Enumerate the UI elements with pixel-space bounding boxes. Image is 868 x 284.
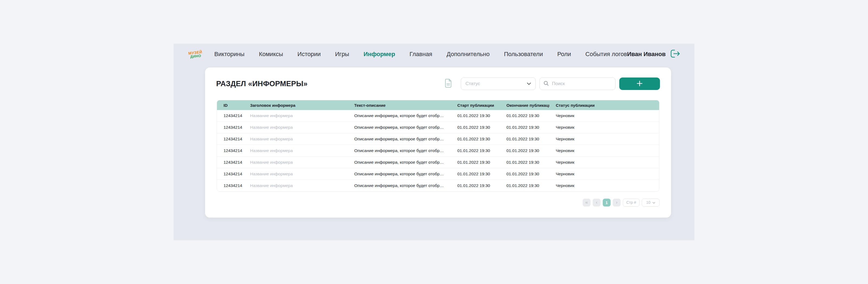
cell-start: 01.01.2022 19:30 [451, 183, 500, 188]
status-filter-select[interactable]: Статус [461, 77, 536, 90]
cell-id: 12434214 [217, 172, 244, 176]
card-header: РАЗДЕЛ «ИНФОРМЕРЫ» Статус [216, 77, 660, 90]
cell-status: Черновик [549, 148, 659, 153]
cell-title: Название информера [244, 172, 348, 176]
cell-end: 01.01.2022 19:30 [500, 125, 549, 130]
add-informer-button[interactable] [619, 77, 660, 90]
cell-end: 01.01.2022 19:30 [500, 160, 549, 165]
nav-item-8[interactable]: Пользователи [504, 51, 543, 58]
cell-start: 01.01.2022 19:30 [451, 113, 500, 118]
table-row[interactable]: 12434214 Название информера Описание инф… [217, 156, 659, 168]
chevron-down-icon [527, 81, 531, 86]
table-row[interactable]: 12434214 Название информера Описание инф… [217, 110, 659, 122]
informers-table: IDЗаголовок информераТекст-описаниеСтарт… [217, 100, 659, 191]
pagination-page-1-button[interactable]: 1 [603, 199, 611, 207]
cell-description: Описание информера, которое будет отобра… [348, 183, 451, 188]
logo[interactable]: МУЗЕЙ ДИНО [188, 46, 203, 62]
column-header: Статус публикации [549, 103, 659, 108]
pagination: « ‹ 1 › 10 [583, 199, 660, 207]
cell-status: Черновик [549, 137, 659, 141]
page-title: РАЗДЕЛ «ИНФОРМЕРЫ» [216, 80, 308, 88]
page-size-select[interactable]: 10 [642, 199, 660, 207]
nav-item-2[interactable]: Комиксы [259, 51, 283, 58]
page-size-value: 10 [646, 200, 650, 205]
cell-status: Черновик [549, 113, 659, 118]
pagination-first-button[interactable]: « [583, 199, 590, 207]
nav-item-1[interactable]: Викторины [214, 51, 244, 58]
table-row[interactable]: 12434214 Название информера Описание инф… [217, 180, 659, 191]
cell-title: Название информера [244, 183, 348, 188]
table-row[interactable]: 12434214 Название информера Описание инф… [217, 133, 659, 145]
table-row[interactable]: 12434214 Название информера Описание инф… [217, 122, 659, 133]
nav-item-9[interactable]: Роли [557, 51, 571, 58]
cell-end: 01.01.2022 19:30 [500, 137, 549, 141]
column-header: ID [217, 103, 244, 108]
cell-status: Черновик [549, 125, 659, 130]
cell-start: 01.01.2022 19:30 [451, 148, 500, 153]
cell-status: Черновик [549, 183, 659, 188]
cell-description: Описание информера, которое будет отобра… [348, 137, 451, 141]
nav-item-3[interactable]: Истории [298, 51, 321, 58]
cell-description: Описание информера, которое будет отобра… [348, 113, 451, 118]
cell-description: Описание информера, которое будет отобра… [348, 160, 451, 165]
column-header: Заголовок информера [244, 103, 348, 108]
nav-item-7[interactable]: Дополнительно [447, 51, 490, 58]
top-bar: МУЗЕЙ ДИНО ВикториныКомиксыИсторииИгрыИн… [174, 44, 694, 65]
nav-item-6[interactable]: Главная [410, 51, 432, 58]
logo-line2: ДИНО [190, 54, 201, 58]
cell-id: 12434214 [217, 113, 244, 118]
logout-icon [671, 49, 680, 59]
cell-start: 01.01.2022 19:30 [451, 160, 500, 165]
table-row[interactable]: 12434214 Название информера Описание инф… [217, 168, 659, 180]
cell-status: Черновик [549, 160, 659, 165]
cell-description: Описание информера, которое будет отобра… [348, 125, 451, 130]
search-icon [544, 81, 549, 87]
cell-start: 01.01.2022 19:30 [451, 125, 500, 130]
status-filter-value: Статус [465, 81, 527, 86]
chevron-down-icon [652, 200, 655, 205]
cell-status: Черновик [549, 172, 659, 176]
cell-title: Название информера [244, 125, 348, 130]
export-file-button[interactable] [444, 79, 452, 88]
cell-end: 01.01.2022 19:30 [500, 172, 549, 176]
search-input[interactable] [552, 81, 611, 87]
logout-button[interactable] [671, 49, 680, 59]
pagination-next-button[interactable]: › [613, 199, 621, 207]
cell-id: 12434214 [217, 137, 244, 141]
page-number-input[interactable] [624, 200, 639, 205]
file-icon [444, 79, 452, 88]
cell-start: 01.01.2022 19:30 [451, 137, 500, 141]
column-header: Текст-описание [348, 103, 451, 108]
cell-end: 01.01.2022 19:30 [500, 113, 549, 118]
toolbar: Статус [444, 77, 660, 90]
cell-start: 01.01.2022 19:30 [451, 172, 500, 176]
cell-id: 12434214 [217, 148, 244, 153]
cell-title: Название информера [244, 148, 348, 153]
main-nav: ВикториныКомиксыИсторииИгрыИнформерГлавн… [214, 51, 627, 58]
nav-item-5[interactable]: Информер [364, 51, 395, 58]
nav-item-4[interactable]: Игры [335, 51, 349, 58]
cell-id: 12434214 [217, 160, 244, 165]
cell-id: 12434214 [217, 125, 244, 130]
cell-id: 12434214 [217, 183, 244, 188]
cell-end: 01.01.2022 19:30 [500, 183, 549, 188]
table-row[interactable]: 12434214 Название информера Описание инф… [217, 145, 659, 156]
pagination-prev-button[interactable]: ‹ [593, 199, 600, 207]
cell-end: 01.01.2022 19:30 [500, 148, 549, 153]
nav-item-10[interactable]: События логов [585, 51, 627, 58]
app-window: МУЗЕЙ ДИНО ВикториныКомиксыИсторииИгрыИн… [174, 44, 694, 240]
table-body: 12434214 Название информера Описание инф… [217, 110, 659, 191]
plus-icon [637, 80, 643, 87]
search-field [539, 77, 616, 90]
cell-description: Описание информера, которое будет отобра… [348, 148, 451, 153]
cell-description: Описание информера, которое будет отобра… [348, 172, 451, 176]
cell-title: Название информера [244, 137, 348, 141]
cell-title: Название информера [244, 113, 348, 118]
pagination-page-input-wrap [623, 199, 640, 207]
column-header: Старт публикации [451, 103, 500, 108]
user-box: Иван Иванов [627, 49, 680, 59]
column-header: Окончание публикации [500, 103, 549, 108]
content-card: РАЗДЕЛ «ИНФОРМЕРЫ» Статус [205, 68, 671, 218]
table-header-row: IDЗаголовок информераТекст-описаниеСтарт… [217, 100, 659, 110]
cell-title: Название информера [244, 160, 348, 165]
